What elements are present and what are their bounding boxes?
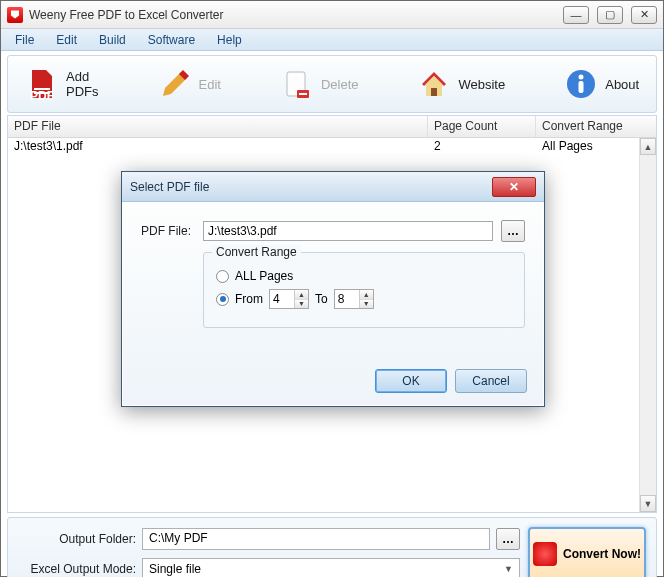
- bottom-panel: Output Folder: C:\My PDF … Excel Output …: [7, 517, 657, 577]
- scroll-down-button[interactable]: ▼: [640, 495, 656, 512]
- titlebar: Weeny Free PDF to Excel Converter — ▢ ✕: [1, 1, 663, 29]
- cell-page-count: 2: [428, 138, 536, 156]
- chevron-down-icon: ▼: [504, 564, 513, 574]
- window-title: Weeny Free PDF to Excel Converter: [29, 8, 563, 22]
- scroll-up-button[interactable]: ▲: [640, 138, 656, 155]
- delete-button[interactable]: Delete: [271, 64, 369, 104]
- svg-point-6: [579, 75, 584, 80]
- to-label: To: [315, 292, 328, 306]
- convert-icon: [533, 542, 557, 566]
- about-label: About: [605, 77, 639, 92]
- convert-now-button[interactable]: Convert Now!: [528, 527, 646, 577]
- cell-pdf-file: J:\test3\1.pdf: [8, 138, 428, 156]
- delete-icon: [281, 68, 313, 100]
- menu-file[interactable]: File: [5, 31, 44, 49]
- column-pdf-file[interactable]: PDF File: [8, 116, 428, 137]
- output-folder-input[interactable]: C:\My PDF: [142, 528, 490, 550]
- main-window: Weeny Free PDF to Excel Converter — ▢ ✕ …: [0, 0, 664, 577]
- output-mode-value: Single file: [149, 562, 201, 576]
- radio-all-pages[interactable]: [216, 270, 229, 283]
- pdf-file-input[interactable]: J:\test3\3.pdf: [203, 221, 493, 241]
- add-pdfs-button[interactable]: PDF Add PDFs: [16, 64, 109, 104]
- window-controls: — ▢ ✕: [563, 6, 657, 24]
- list-row[interactable]: J:\test3\1.pdf 2 All Pages: [8, 138, 656, 156]
- from-value[interactable]: [270, 290, 294, 308]
- output-folder-label: Output Folder:: [18, 532, 136, 546]
- select-pdf-dialog: Select PDF file ✕ PDF File: J:\test3\3.p…: [121, 171, 545, 407]
- svg-rect-7: [579, 81, 584, 93]
- output-mode-label: Excel Output Mode:: [18, 562, 136, 576]
- pdf-icon: PDF: [26, 68, 58, 100]
- dialog-close-button[interactable]: ✕: [492, 177, 536, 197]
- menu-help[interactable]: Help: [207, 31, 252, 49]
- dialog-body: PDF File: J:\test3\3.pdf … Convert Range…: [122, 202, 544, 406]
- to-up-icon[interactable]: ▲: [360, 290, 373, 300]
- home-icon: [418, 68, 450, 100]
- to-down-icon[interactable]: ▼: [360, 300, 373, 309]
- about-button[interactable]: About: [555, 64, 649, 104]
- radio-all-pages-row[interactable]: ALL Pages: [216, 269, 512, 283]
- from-label: From: [235, 292, 263, 306]
- column-page-count[interactable]: Page Count: [428, 116, 536, 137]
- menubar: File Edit Build Software Help: [1, 29, 663, 51]
- add-pdfs-label: Add PDFs: [66, 69, 99, 99]
- to-spinner[interactable]: ▲▼: [334, 289, 374, 309]
- browse-pdf-button[interactable]: …: [501, 220, 525, 242]
- pdf-file-label: PDF File:: [141, 224, 195, 238]
- all-pages-label: ALL Pages: [235, 269, 293, 283]
- maximize-button[interactable]: ▢: [597, 6, 623, 24]
- radio-from-row[interactable]: From ▲▼ To ▲▼: [216, 289, 512, 309]
- radio-from[interactable]: [216, 293, 229, 306]
- website-label: Website: [458, 77, 505, 92]
- toolbar: PDF Add PDFs Edit Delete Website: [7, 55, 657, 113]
- close-button[interactable]: ✕: [631, 6, 657, 24]
- edit-label: Edit: [199, 77, 221, 92]
- to-value[interactable]: [335, 290, 359, 308]
- delete-label: Delete: [321, 77, 359, 92]
- ok-button[interactable]: OK: [375, 369, 447, 393]
- edit-button[interactable]: Edit: [149, 64, 231, 104]
- browse-output-button[interactable]: …: [496, 528, 520, 550]
- from-up-icon[interactable]: ▲: [295, 290, 308, 300]
- svg-text:PDF: PDF: [30, 89, 54, 100]
- from-spinner[interactable]: ▲▼: [269, 289, 309, 309]
- vertical-scrollbar[interactable]: ▲ ▼: [639, 138, 656, 512]
- convert-now-label: Convert Now!: [563, 547, 641, 561]
- menu-edit[interactable]: Edit: [46, 31, 87, 49]
- pencil-icon: [159, 68, 191, 100]
- cancel-button[interactable]: Cancel: [455, 369, 527, 393]
- svg-rect-3: [299, 93, 307, 95]
- from-down-icon[interactable]: ▼: [295, 300, 308, 309]
- output-mode-select[interactable]: Single file ▼: [142, 558, 520, 577]
- svg-rect-4: [431, 88, 437, 96]
- convert-range-group: Convert Range ALL Pages From ▲▼ To ▲▼: [203, 252, 525, 328]
- menu-software[interactable]: Software: [138, 31, 205, 49]
- convert-range-legend: Convert Range: [212, 245, 301, 259]
- dialog-title: Select PDF file: [130, 180, 209, 194]
- bottom-left: Output Folder: C:\My PDF … Excel Output …: [18, 528, 520, 577]
- app-icon: [7, 7, 23, 23]
- website-button[interactable]: Website: [408, 64, 515, 104]
- list-header: PDF File Page Count Convert Range: [8, 116, 656, 138]
- info-icon: [565, 68, 597, 100]
- dialog-titlebar: Select PDF file ✕: [122, 172, 544, 202]
- column-convert-range[interactable]: Convert Range: [536, 116, 656, 137]
- cell-convert-range: All Pages: [536, 138, 656, 156]
- minimize-button[interactable]: —: [563, 6, 589, 24]
- menu-build[interactable]: Build: [89, 31, 136, 49]
